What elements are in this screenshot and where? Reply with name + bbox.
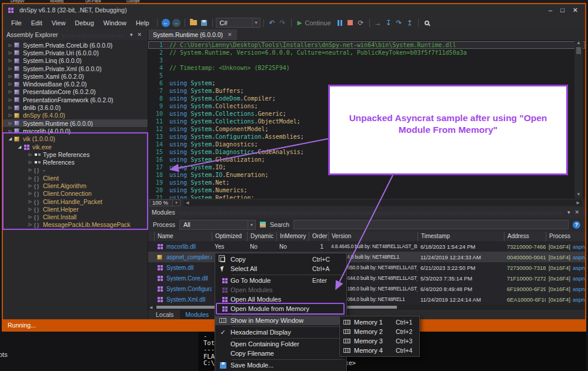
scroll-up-icon[interactable]: ▲ <box>576 40 581 47</box>
close-panel-icon[interactable]: ✕ <box>135 32 144 38</box>
tree-item[interactable]: ▷ System.Linq (6.0.0.0) <box>3 57 148 65</box>
context-menu-item[interactable] <box>232 325 345 327</box>
context-menu-item[interactable]: Select All Ctrl+A <box>215 264 346 273</box>
column-header[interactable]: InMemory <box>276 232 309 241</box>
restart-button[interactable]: ⟳ <box>356 18 366 28</box>
column-header[interactable]: Version <box>328 232 417 241</box>
context-menu-item[interactable]: Go To Module Enter <box>215 276 346 285</box>
context-menu-item[interactable]: Open Containing Folder <box>215 339 346 349</box>
expander-icon[interactable]: ▷ <box>6 58 14 63</box>
submenu-item[interactable]: Memory 2 Ctrl+2 <box>340 327 419 336</box>
menu-item[interactable]: Edit <box>26 18 47 28</box>
tree-item[interactable]: ▷ WindowsBase (6.0.2.0) <box>3 80 148 88</box>
continue-button[interactable]: Continue <box>305 19 331 26</box>
tree-item[interactable]: ▷ System.Private.Uri (6.0.0.0) <box>3 49 148 56</box>
module-row[interactable]: System.Core.dll 4644.0 built by: NET48RE… <box>148 273 585 283</box>
tree-item[interactable]: ▷ MessagePackLib.MessagePack <box>3 221 148 229</box>
expander-icon[interactable]: ▷ <box>26 160 34 165</box>
expander-icon[interactable]: ▷ <box>6 51 14 55</box>
modules-table-header[interactable]: NameOptimizedDynamicInMemoryOrderVersion… <box>148 232 585 241</box>
context-menu-item[interactable]: Open Modules <box>215 285 346 295</box>
scroll-left-icon[interactable]: ◀ <box>149 305 152 310</box>
open-file-button[interactable] <box>188 18 199 28</box>
expander-icon[interactable]: ▷ <box>6 74 14 79</box>
context-menu-item[interactable] <box>232 273 345 275</box>
tool-tab[interactable]: Modules <box>180 310 214 319</box>
expander-icon[interactable]: ▷ <box>6 98 14 102</box>
navigate-forward-button[interactable]: → <box>171 18 182 28</box>
tree-item[interactable]: ▷ References <box>3 158 148 166</box>
tree-item[interactable]: ▷ PresentationCore (6.0.2.0) <box>3 88 148 96</box>
maximize-button[interactable]: □ <box>560 6 564 14</box>
menu-item[interactable]: Debug <box>70 18 98 28</box>
expander-icon[interactable]: ▷ <box>26 199 34 204</box>
context-menu-item[interactable]: Copy Ctrl+C <box>215 255 346 264</box>
column-header[interactable]: Timestamp <box>417 232 504 241</box>
tree-item[interactable]: ▷ Client <box>3 174 148 182</box>
expander-icon[interactable]: ▷ <box>26 183 34 188</box>
submenu-item[interactable]: Memory 4 Ctrl+4 <box>340 346 419 355</box>
step-over-button[interactable]: ↷ <box>394 18 405 28</box>
filter-icon[interactable] <box>260 222 266 228</box>
scroll-right-icon[interactable]: ▶ <box>577 200 580 205</box>
tree-item[interactable]: ▷ System.Xaml (6.0.2.0) <box>3 72 148 80</box>
pin-menu-icon[interactable]: ▾ <box>565 209 573 215</box>
editor-horizontal-scrollbar[interactable]: ◀ ▶ <box>184 200 582 206</box>
column-header[interactable]: Address <box>504 232 546 241</box>
expander-icon[interactable]: ▷ <box>26 176 34 181</box>
undo-button[interactable]: ↶ <box>267 18 278 28</box>
menu-item[interactable]: Window <box>99 18 131 28</box>
step-into-button[interactable]: ↧ <box>383 18 394 28</box>
expander-icon[interactable]: ◢ <box>6 136 14 141</box>
context-menu-item[interactable]: Hexadecimal Display <box>215 327 346 337</box>
tree-item[interactable]: ▷ Client.Helper <box>3 205 148 213</box>
scroll-left-icon[interactable]: ◀ <box>186 200 189 205</box>
editor-tab[interactable]: System.Runtime (6.0.0.0) ✕ <box>148 29 237 40</box>
expander-icon[interactable]: ◢ <box>16 145 24 149</box>
column-header[interactable]: Name <box>154 232 212 241</box>
menu-item[interactable]: File <box>6 18 26 28</box>
tree-item[interactable]: ◢ vik (1.0.0.0) <box>3 135 148 143</box>
column-header[interactable]: Order <box>309 232 328 241</box>
expander-icon[interactable]: ▷ <box>6 43 14 48</box>
modules-search-input[interactable] <box>293 220 569 229</box>
close-button[interactable]: ✕ <box>573 6 578 14</box>
tool-tab[interactable]: Locals <box>151 310 179 319</box>
column-header[interactable]: Process <box>546 232 585 241</box>
process-select[interactable]: All▼ <box>179 220 256 230</box>
expander-icon[interactable]: ▷ <box>6 121 14 126</box>
chevron-down-icon[interactable]: ▼ <box>173 199 181 206</box>
help-icon[interactable]: ? <box>573 221 580 229</box>
expander-icon[interactable]: ▷ <box>26 222 34 227</box>
context-menu-item[interactable]: Save Module... <box>215 360 346 370</box>
module-row[interactable]: mscorlib.dll Yes No No 1 4.8.4645.0 buil… <box>148 241 585 252</box>
expander-icon[interactable]: ▷ <box>6 66 14 71</box>
expander-icon[interactable]: ▷ <box>26 168 34 172</box>
submenu-item[interactable]: Memory 1 Ctrl+1 <box>340 317 419 327</box>
pin-menu-icon[interactable]: ▾ <box>128 32 135 38</box>
tree-item[interactable]: ▷ - <box>3 166 148 174</box>
tree-item[interactable]: ▷ System.Runtime (6.0.0.0) <box>3 119 148 127</box>
language-select[interactable]: C#▼ <box>216 18 260 28</box>
expander-icon[interactable]: ▷ <box>6 129 14 133</box>
modules-horizontal-scrollbar[interactable]: ◀ <box>148 305 585 310</box>
stop-button[interactable] <box>345 18 356 28</box>
expander-icon[interactable]: ▷ <box>6 105 14 110</box>
expander-icon[interactable]: ▷ <box>26 207 34 212</box>
continue-icon[interactable]: ▶ <box>295 18 305 28</box>
context-menu-item[interactable]: Show in Memory Window ▶ <box>215 316 346 325</box>
expander-icon[interactable]: ▷ <box>26 152 34 157</box>
editor-vertical-scrollbar[interactable]: ▲ ▼ <box>574 40 583 199</box>
column-header[interactable]: Dynamic <box>247 232 276 241</box>
module-row[interactable]: aspnet_compiler.exe 4.8.4084.0 built by:… <box>148 252 585 262</box>
pause-button[interactable] <box>335 18 345 28</box>
redo-button[interactable]: ↷ <box>278 18 288 28</box>
zoom-level-select[interactable]: 100 % <box>149 199 173 206</box>
tree-item[interactable]: ▷ mscorlib (4.0.0.0) <box>3 127 148 135</box>
tree-item[interactable]: ▷ dnlib (3.6.0.0) <box>3 103 148 111</box>
expander-icon[interactable]: ▷ <box>26 215 34 219</box>
close-panel-icon[interactable]: ✕ <box>572 209 582 215</box>
expander-icon[interactable]: ▷ <box>6 89 14 94</box>
module-row[interactable]: System.Xml.dll 4084.0 built by: NET48REL… <box>148 294 585 305</box>
minimize-button[interactable]: – <box>549 6 552 14</box>
